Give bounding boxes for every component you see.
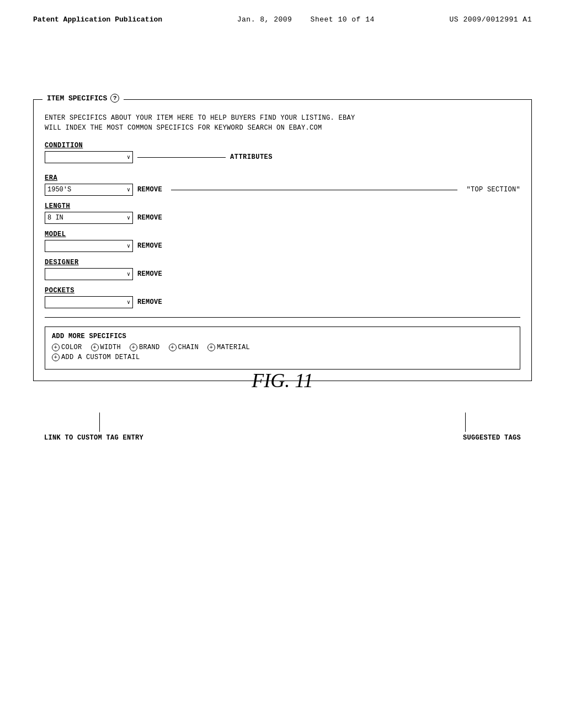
section-title: ITEM SPECIFICS ? [42,94,124,103]
add-more-specifics-box: ADD MORE SPECIFICS + COLOR + WIDTH + BRA… [45,326,520,370]
chain-plus-icon: + [169,344,177,351]
section-title-text: ITEM SPECIFICS [47,94,107,103]
top-section-line [171,190,457,190]
pockets-label: POCKETS [45,287,520,295]
length-remove-button[interactable]: REMOVE [137,214,162,222]
description-text: ENTER SPECIFICS ABOUT YOUR ITEM HERE TO … [45,113,520,133]
color-tag-label: COLOR [61,344,82,351]
tag-row: + COLOR + WIDTH + BRAND + CHAIN + MATE [52,344,513,351]
era-section: ERA 1950'S ∨ REMOVE "TOP SECTION" [45,174,520,196]
model-dropdown-arrow-icon: ∨ [127,243,130,249]
material-tag[interactable]: + MATERIAL [207,344,250,351]
width-plus-icon: + [91,344,99,351]
brand-plus-icon: + [130,344,137,351]
designer-dropdown-arrow-icon: ∨ [127,271,130,277]
model-section: MODEL ∨ REMOVE [45,231,520,252]
pockets-remove-button[interactable]: REMOVE [137,298,162,306]
pockets-input[interactable]: ∨ [45,296,133,308]
designer-input[interactable]: ∨ [45,268,133,280]
page-header: Patent Application Publication Jan. 8, 2… [0,0,565,24]
bottom-annotations: LINK TO CUSTOM TAG ENTRY SUGGESTED TAGS [33,403,532,447]
dropdown-arrow-icon: ∨ [127,154,130,160]
length-input[interactable]: 8 IN ∨ [45,212,133,224]
custom-tag-entry-label: LINK TO CUSTOM TAG ENTRY [44,434,143,442]
main-content: ITEM SPECIFICS ? ENTER SPECIFICS ABOUT Y… [33,99,532,447]
item-specifics-box: ITEM SPECIFICS ? ENTER SPECIFICS ABOUT Y… [33,99,532,381]
figure-caption: FIG. 11 [33,369,532,392]
width-tag-label: WIDTH [100,344,121,351]
right-vertical-line [465,413,466,432]
condition-dropdown[interactable]: ∨ [45,151,133,163]
custom-detail-label: ADD A CUSTOM DETAIL [61,354,140,361]
condition-label: CONDITION [45,142,520,149]
length-section: LENGTH 8 IN ∨ REMOVE [45,202,520,224]
suggested-tags-label: SUGGESTED TAGS [463,434,521,442]
chain-tag[interactable]: + CHAIN [169,344,199,351]
model-input[interactable]: ∨ [45,240,133,252]
header-publication: Patent Application Publication [33,15,162,24]
color-tag[interactable]: + COLOR [52,344,82,351]
help-icon[interactable]: ? [110,94,119,103]
designer-section: DESIGNER ∨ REMOVE [45,259,520,280]
pockets-section: POCKETS ∨ REMOVE [45,287,520,308]
length-value: 8 IN [47,214,63,222]
custom-detail-tag[interactable]: + ADD A CUSTOM DETAIL [52,354,140,361]
length-label: LENGTH [45,202,520,210]
custom-tag-row: + ADD A CUSTOM DETAIL [52,354,513,361]
era-remove-button[interactable]: REMOVE [137,186,162,194]
section-divider [45,317,520,318]
pockets-dropdown-arrow-icon: ∨ [127,299,130,306]
add-more-label: ADD MORE SPECIFICS [52,333,513,340]
header-sheet: Sheet 10 of 14 [311,15,375,24]
era-input[interactable]: 1950'S ∨ [45,184,133,196]
designer-label: DESIGNER [45,259,520,266]
era-label: ERA [45,174,520,182]
model-label: MODEL [45,231,520,238]
brand-tag[interactable]: + BRAND [130,344,160,351]
material-plus-icon: + [207,344,215,351]
header-date: Jan. 8, 2009 [237,15,292,24]
color-plus-icon: + [52,344,60,351]
attributes-label: ATTRIBUTES [230,153,273,161]
width-tag[interactable]: + WIDTH [91,344,121,351]
era-value: 1950'S [47,186,71,194]
attributes-line [137,157,226,158]
brand-tag-label: BRAND [139,344,160,351]
era-dropdown-arrow-icon: ∨ [127,186,130,193]
material-tag-label: MATERIAL [217,344,250,351]
chain-tag-label: CHAIN [178,344,199,351]
header-date-sheet: Jan. 8, 2009 Sheet 10 of 14 [237,15,375,24]
top-section-label: "TOP SECTION" [466,186,520,194]
model-remove-button[interactable]: REMOVE [137,242,162,250]
header-patent-number: US 2009/0012991 A1 [450,15,532,24]
length-dropdown-arrow-icon: ∨ [127,215,130,221]
custom-plus-icon: + [52,354,60,361]
condition-section: CONDITION ∨ ATTRIBUTES [45,142,520,163]
designer-remove-button[interactable]: REMOVE [137,270,162,278]
left-vertical-line [99,413,100,432]
